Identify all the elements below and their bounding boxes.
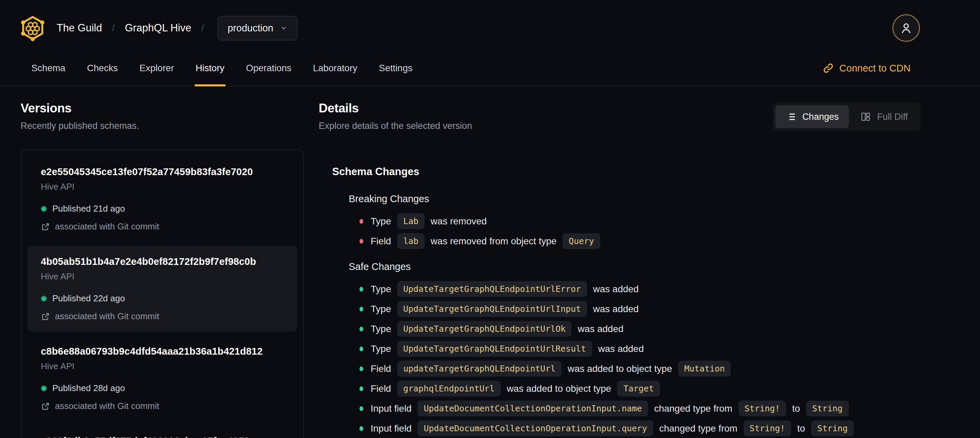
connect-to-cdn-link[interactable]: Connect to CDN xyxy=(822,62,910,74)
bullet-dot xyxy=(360,219,363,224)
change-items: TypeUpdateTargetGraphQLEndpointUrlErrorw… xyxy=(360,281,921,436)
change-group: Safe Changes TypeUpdateTargetGraphQLEndp… xyxy=(332,261,921,436)
version-status: Published 22d ago xyxy=(41,293,283,304)
change-item: Input fieldUpdateDocumentCollectionOpera… xyxy=(360,420,921,436)
published-label: Published 21d ago xyxy=(52,204,125,214)
view-toggle-label: Changes xyxy=(802,112,839,122)
tab-schema[interactable]: Schema xyxy=(30,51,67,86)
version-card[interactable]: e2e55045345ce13fe07f52a77459b83fa3fe7020… xyxy=(27,156,297,242)
code-badge: String! xyxy=(738,401,786,416)
version-card[interactable]: 4b05ab51b1b4a7e2e4b0ef82172f2b9f7ef98c0b… xyxy=(27,246,297,332)
bullet-dot xyxy=(360,347,363,351)
bullet-dot xyxy=(360,386,363,391)
change-text: Input field xyxy=(371,403,411,414)
code-badge: Mutation xyxy=(678,361,731,377)
tab-laboratory[interactable]: Laboratory xyxy=(312,51,358,86)
git-commit-link[interactable]: associated with Git commit xyxy=(41,311,283,322)
change-text: Type xyxy=(371,284,391,295)
tab-history[interactable]: History xyxy=(194,51,226,86)
change-text: Type xyxy=(371,304,391,314)
change-text: was added to object type xyxy=(507,383,611,394)
versions-subtitle: Recently published schemas. xyxy=(21,121,304,131)
user-avatar[interactable] xyxy=(892,14,920,42)
version-hash: 4b05ab51b1b4a7e2e4b0ef82172f2b9f7ef98c0b xyxy=(41,256,283,267)
version-status: Published 28d ago xyxy=(41,383,283,393)
target-selector-dropdown[interactable]: production xyxy=(218,16,298,40)
bullet-dot xyxy=(360,327,363,331)
tab-label: Settings xyxy=(379,63,412,73)
published-dot xyxy=(41,385,47,392)
external-link-icon xyxy=(41,401,50,411)
tab-label: Operations xyxy=(246,63,292,73)
view-toggle-label: Full Diff xyxy=(877,112,908,122)
list-icon xyxy=(786,111,796,122)
chevron-down-icon xyxy=(280,24,287,32)
changes-view-button[interactable]: Changes xyxy=(775,105,849,128)
change-text: to xyxy=(797,423,805,434)
header-nav-row: Schema Checks Explorer History Operation… xyxy=(0,51,980,86)
change-item-body: Input fieldUpdateDocumentCollectionOpera… xyxy=(371,401,849,416)
change-text: was added xyxy=(578,323,623,334)
bullet-dot xyxy=(360,406,363,411)
tab-explorer[interactable]: Explorer xyxy=(138,51,175,86)
change-text: Type xyxy=(371,323,391,334)
details-panel: Details Explore details of the selected … xyxy=(319,86,980,438)
change-text: was added to object type xyxy=(568,363,672,374)
version-hash: e2e55045345ce13fe07f52a77459b83fa3fe7020 xyxy=(41,166,283,177)
change-text: was added xyxy=(598,344,644,354)
breadcrumb-org[interactable]: The Guild xyxy=(57,22,102,34)
git-commit-link[interactable]: associated with Git commit xyxy=(41,401,283,411)
code-badge: String xyxy=(811,420,854,436)
change-groups: Breaking Changes TypeLabwas removed Fiel… xyxy=(332,193,921,436)
version-card[interactable]: a823f6db2a55df877dcf406006abca97fcc4858c… xyxy=(27,425,297,438)
published-dot xyxy=(41,296,47,302)
version-service-name: Hive API xyxy=(41,271,283,282)
external-link-icon xyxy=(41,312,50,321)
breadcrumb-separator: / xyxy=(112,22,115,33)
code-badge: UpdateTargetGraphQLEndpointUrlOk xyxy=(397,321,572,337)
view-toggle-group: Changes Full Diff xyxy=(773,103,921,131)
tab-checks[interactable]: Checks xyxy=(86,51,119,86)
breadcrumb: The Guild / GraphQL Hive / production xyxy=(57,16,298,40)
code-badge: UpdateTargetGraphQLEndpointUrlError xyxy=(397,281,587,297)
details-header: Details Explore details of the selected … xyxy=(319,101,921,131)
published-label: Published 22d ago xyxy=(52,293,125,304)
change-item-body: TypeUpdateTargetGraphQLEndpointUrlResult… xyxy=(371,341,644,357)
tab-settings[interactable]: Settings xyxy=(378,51,414,86)
change-item: Input fieldUpdateDocumentCollectionOpera… xyxy=(360,401,921,416)
code-badge: Query xyxy=(563,233,600,249)
target-selector-value: production xyxy=(228,22,273,34)
change-item-body: Fieldlabwas removed from object typeQuer… xyxy=(371,233,600,249)
breadcrumb-separator: / xyxy=(201,22,204,33)
tab-label: Explorer xyxy=(140,63,174,73)
change-item-body: TypeLabwas removed xyxy=(371,213,487,229)
version-service-name: Hive API xyxy=(41,182,283,192)
code-badge: String xyxy=(806,401,848,416)
hive-logo-icon[interactable] xyxy=(19,14,46,42)
change-text: changed type from xyxy=(654,403,732,414)
person-icon xyxy=(899,21,913,35)
main-content: Versions Recently published schemas. e2e… xyxy=(0,86,980,438)
tab-operations[interactable]: Operations xyxy=(245,51,293,86)
change-group-title: Safe Changes xyxy=(349,261,921,272)
details-title: Details xyxy=(319,101,472,115)
bullet-dot xyxy=(360,287,363,291)
version-card[interactable]: c8b6e88a06793b9c4dfd54aaa21b36a1b421d812… xyxy=(27,336,297,422)
tab-label: Checks xyxy=(87,63,118,73)
change-item: TypeUpdateTargetGraphQLEndpointUrlErrorw… xyxy=(360,281,921,297)
change-item-body: TypeUpdateTargetGraphQLEndpointUrlErrorw… xyxy=(371,281,639,297)
published-dot xyxy=(41,206,47,212)
version-list: e2e55045345ce13fe07f52a77459b83fa3fe7020… xyxy=(21,150,304,438)
git-commit-link[interactable]: associated with Git commit xyxy=(41,221,283,232)
version-hash: a823f6db2a55df877dcf406006abca97fcc4858c xyxy=(41,436,283,438)
version-status: Published 21d ago xyxy=(41,204,283,214)
breadcrumb-project[interactable]: GraphQL Hive xyxy=(125,22,191,34)
git-commit-label: associated with Git commit xyxy=(55,311,159,322)
change-item: TypeUpdateTargetGraphQLEndpointUrlResult… xyxy=(360,341,921,357)
top-header: The Guild / GraphQL Hive / production Sc… xyxy=(0,0,980,86)
full-diff-view-button[interactable]: Full Diff xyxy=(850,105,918,128)
change-text: was added xyxy=(593,304,639,314)
change-text: to xyxy=(792,403,800,414)
tab-label: History xyxy=(196,63,224,73)
version-hash: c8b6e88a06793b9c4dfd54aaa21b36a1b421d812 xyxy=(41,346,283,357)
